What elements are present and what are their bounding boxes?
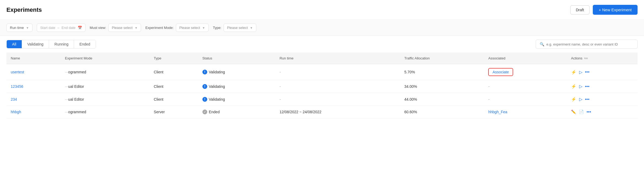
col-actions: Actions ≔ <box>567 52 638 64</box>
table-row: usertest ⋯ogrammed Client ! Validating -… <box>6 64 638 80</box>
experiment-name-link[interactable]: hhbgh <box>11 110 21 114</box>
must-view-dropdown[interactable]: Please select ▼ <box>108 24 141 32</box>
calendar-icon: 📅 <box>78 26 82 30</box>
cell-traffic-allocation: 34.00% <box>400 80 484 93</box>
col-type: Type <box>150 52 198 64</box>
cell-experiment-mode: ⋯ogrammed <box>61 106 149 118</box>
col-run-time: Run time <box>275 52 400 64</box>
cell-name: 123456 <box>6 80 61 93</box>
top-bar: Experiments Draft + New Experiment <box>0 0 644 20</box>
status-tabs: All Validating Running Ended <box>6 40 96 48</box>
cell-status: ! Validating <box>198 93 275 106</box>
status-label: Ended <box>209 110 220 114</box>
cell-name: usertest <box>6 64 61 80</box>
status-validating-icon: ! <box>202 97 207 102</box>
run-time-dropdown[interactable]: Run time ▼ <box>6 24 32 32</box>
cell-name: hhbgh <box>6 106 61 118</box>
cell-type: Client <box>150 93 198 106</box>
experiment-name-link[interactable]: 234 <box>11 97 17 101</box>
cell-run-time: - <box>275 80 400 93</box>
status-label: Validating <box>209 84 225 89</box>
cell-type: Server <box>150 106 198 118</box>
cell-run-time: - <box>275 64 400 80</box>
cell-status: ! Validating <box>198 80 275 93</box>
top-bar-actions: Draft + New Experiment <box>570 5 638 15</box>
col-traffic-allocation: Traffic Allocation <box>400 52 484 64</box>
cell-actions: ⚡ ▷ ••• <box>567 64 638 80</box>
experiment-name-link[interactable]: usertest <box>11 70 24 74</box>
column-settings-icon[interactable]: ≔ <box>584 56 588 61</box>
table-row: 123456 ⋯ual Editor Client ! Validating -… <box>6 80 638 93</box>
flash-icon[interactable]: ⚡ <box>571 97 576 102</box>
date-range-picker[interactable]: Start date – End date 📅 <box>37 24 86 32</box>
table-row: hhbgh ⋯ogrammed Server ✓ Ended 12/08/202… <box>6 106 638 118</box>
cell-name: 234 <box>6 93 61 106</box>
cell-experiment-mode: ⋯ual Editor <box>61 93 149 106</box>
exp-mode-dropdown[interactable]: Please select ▼ <box>176 24 209 32</box>
edit-icon[interactable]: ✏️ <box>571 110 576 114</box>
table-row: 234 ⋯ual Editor Client ! Validating - 44… <box>6 93 638 106</box>
must-view-label: Must view: <box>90 26 106 30</box>
associated-link[interactable]: hhbgh_Fea <box>488 110 507 114</box>
cell-status: ✓ Ended <box>198 106 275 118</box>
cell-experiment-mode: ⋯ogrammed <box>61 64 149 80</box>
cell-traffic-allocation: 60.60% <box>400 106 484 118</box>
tab-running[interactable]: Running <box>49 40 74 48</box>
cell-actions: ⚡ ▷ ••• <box>567 93 638 106</box>
cell-associated: - <box>484 80 567 93</box>
play-icon[interactable]: ▷ <box>579 97 582 102</box>
status-label: Validating <box>209 97 225 101</box>
cell-associated: - <box>484 93 567 106</box>
search-icon: 🔍 <box>540 42 544 46</box>
more-options-icon[interactable]: ••• <box>585 70 590 74</box>
cell-type: Client <box>150 80 198 93</box>
cell-traffic-allocation: 5.70% <box>400 64 484 80</box>
cell-associated: hhbgh_Fea <box>484 106 567 118</box>
cell-traffic-allocation: 44.00% <box>400 93 484 106</box>
table-header-row: Name Experiment Mode Type Status Run tim… <box>6 52 638 64</box>
must-view-placeholder: Please select <box>112 26 132 30</box>
must-view-group: Must view: Please select ▼ <box>90 24 141 32</box>
date-separator: – <box>57 26 59 30</box>
draft-button[interactable]: Draft <box>570 5 590 14</box>
exp-mode-placeholder: Please select <box>179 26 200 30</box>
cell-actions: ⚡ ▷ ••• <box>567 80 638 93</box>
search-box[interactable]: 🔍 <box>536 40 638 49</box>
tab-all[interactable]: All <box>7 40 22 48</box>
experiment-mode-group: Experiment Mode: Please select ▼ <box>145 24 209 32</box>
tab-validating[interactable]: Validating <box>22 40 49 48</box>
status-label: Validating <box>209 70 225 74</box>
status-validating-icon: ! <box>202 84 207 89</box>
chevron-down-icon: ▼ <box>202 26 205 29</box>
more-options-icon[interactable]: ••• <box>585 97 590 102</box>
type-label: Type: <box>213 26 221 30</box>
cell-run-time: - <box>275 93 400 106</box>
cell-actions: ✏️ 📄 ••• <box>567 106 638 118</box>
cell-associated: Associate <box>484 64 567 80</box>
new-experiment-button[interactable]: + New Experiment <box>593 5 638 15</box>
flash-icon[interactable]: ⚡ <box>571 84 576 89</box>
associate-button[interactable]: Associate <box>488 68 513 76</box>
filter-bar: Run time ▼ Start date – End date 📅 Must … <box>0 20 644 36</box>
experiments-table: Name Experiment Mode Type Status Run tim… <box>6 52 638 118</box>
col-experiment-mode: Experiment Mode <box>61 52 149 64</box>
tab-ended[interactable]: Ended <box>74 40 95 48</box>
search-input[interactable] <box>546 42 634 46</box>
end-date-placeholder: End date <box>62 26 76 30</box>
more-options-icon[interactable]: ••• <box>587 110 591 114</box>
status-ended-icon: ✓ <box>202 110 207 114</box>
document-icon[interactable]: 📄 <box>579 110 584 114</box>
experiments-table-wrap: Name Experiment Mode Type Status Run tim… <box>0 52 644 118</box>
play-icon[interactable]: ▷ <box>579 70 582 75</box>
type-placeholder: Please select <box>227 26 248 30</box>
chevron-down-icon: ▼ <box>250 26 253 29</box>
experiment-name-link[interactable]: 123456 <box>11 84 23 89</box>
more-options-icon[interactable]: ••• <box>585 84 590 89</box>
play-icon[interactable]: ▷ <box>579 84 582 89</box>
flash-icon[interactable]: ⚡ <box>571 70 576 75</box>
chevron-down-icon: ▼ <box>26 26 29 29</box>
cell-status: ! Validating <box>198 64 275 80</box>
tabs-and-search-bar: All Validating Running Ended 🔍 <box>0 36 644 52</box>
run-time-label: Run time <box>10 26 24 30</box>
type-dropdown[interactable]: Please select ▼ <box>224 24 256 32</box>
